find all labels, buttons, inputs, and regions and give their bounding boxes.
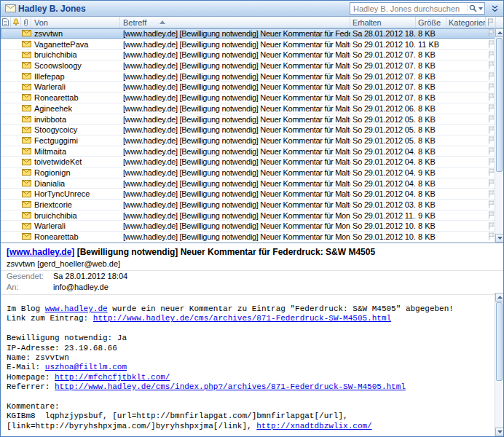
body-line: [link=http://byryhshpxjma.com/]byryhshpx… <box>7 422 489 431</box>
reminder-cell <box>11 135 21 146</box>
mail-row[interactable]: Briextcorie[www.hadley.de] [Bewilligung … <box>1 200 496 210</box>
mail-from: Dianialia <box>31 178 120 189</box>
mail-received: So 29.01.2012 05... <box>350 125 416 135</box>
mail-categories <box>446 125 486 135</box>
column-header-flag[interactable] <box>486 17 496 28</box>
reminder-cell <box>11 125 21 135</box>
scroll-up-button[interactable] <box>495 28 504 37</box>
scroll-up-button[interactable] <box>495 293 504 302</box>
mail-row[interactable]: toivetwideKet[www.hadley.de] [Bewilligun… <box>1 157 496 168</box>
mail-row[interactable]: invibbota[www.hadley.de] [Bewilligung no… <box>1 114 496 125</box>
folder-banner: Hadley B. Jones <box>1 1 503 17</box>
reminder-cell <box>11 82 21 92</box>
mail-from: Ronearettab <box>31 232 120 242</box>
mail-row[interactable]: HorTyncUnrece[www.hadley.de] [Bewilligun… <box>1 189 496 200</box>
column-header-attachment[interactable] <box>21 17 31 28</box>
column-header-kategorien[interactable]: Kategorien <box>446 17 486 28</box>
column-header-von[interactable]: Von <box>31 17 120 28</box>
mail-size: 8 KB <box>416 135 446 146</box>
expand-query-builder-chevron-icon[interactable] <box>489 2 500 15</box>
mail-subject: [www.hadley.de] [Bewilligung notwendig] … <box>120 210 350 221</box>
mail-row[interactable]: Miltmaita[www.hadley.de] [Bewilligung no… <box>1 146 496 157</box>
body-link[interactable]: http://www.hadley.de/cms/index.php?/arch… <box>55 382 406 391</box>
mail-received: So 29.01.2012 07... <box>350 60 416 71</box>
mail-size: 8 KB <box>416 200 446 210</box>
mail-row[interactable]: bruichchibia[www.hadley.de] [Bewilligung… <box>1 50 496 60</box>
page-icon <box>2 18 9 26</box>
reminder-cell <box>11 146 21 157</box>
importance-cell <box>1 146 11 157</box>
mail-row[interactable]: Rogionign[www.hadley.de] [Bewilligung no… <box>1 168 496 178</box>
mail-from: zsvvtwn <box>31 28 120 39</box>
scroll-down-button[interactable] <box>495 234 504 243</box>
column-label-von: Von <box>34 18 48 27</box>
mail-list-scrollbar[interactable] <box>495 28 503 243</box>
column-header-groesse[interactable]: Größe <box>416 17 446 28</box>
body-link[interactable]: uszhoa@filtlm.com <box>45 363 127 371</box>
mail-envelope-icon <box>21 50 31 60</box>
mail-subject: [www.hadley.de] [Bewilligung notwendig] … <box>120 221 350 231</box>
mail-categories <box>446 210 486 221</box>
mail-subject: [www.hadley.de] [Bewilligung notwendig] … <box>120 92 350 103</box>
mail-row[interactable]: Fectguggimi[www.hadley.de] [Bewilligung … <box>1 135 496 146</box>
mail-row[interactable]: Warlerali[www.hadley.de] [Bewilligung no… <box>1 221 496 232</box>
paperclip-icon <box>23 18 28 27</box>
search-input[interactable] <box>353 4 467 13</box>
mail-row[interactable]: Stoogycoicy[www.hadley.de] [Bewilligung … <box>1 125 496 135</box>
mail-size: 9 KB <box>416 210 446 221</box>
search-box[interactable] <box>350 2 485 15</box>
reminder-cell <box>11 232 21 242</box>
to-value[interactable]: info@hadley.de <box>53 283 109 291</box>
mail-categories <box>446 50 486 60</box>
mail-row[interactable]: zsvvtwn[www.hadley.de] [Bewilligung notw… <box>1 28 496 39</box>
mail-received: So 29.01.2012 04... <box>350 189 416 199</box>
subject-link[interactable]: [www.hadley.de] <box>7 247 74 257</box>
mail-size: 8 KB <box>416 178 446 189</box>
scroll-thumb[interactable] <box>496 302 503 381</box>
mail-received: So 29.01.2012 07... <box>350 92 416 103</box>
mail-envelope-icon <box>21 232 31 242</box>
mail-row[interactable]: Ronearettab[www.hadley.de] [Bewilligung … <box>1 92 496 103</box>
column-header-reminder[interactable] <box>11 17 21 28</box>
mail-from: Ronearettab <box>31 92 120 103</box>
body-link[interactable]: http://www.hadley.de/cms/archives/871-Fe… <box>93 314 391 323</box>
scroll-thumb[interactable] <box>496 38 503 172</box>
mail-row[interactable]: VaganettePava[www.hadley.de] [Bewilligun… <box>1 39 496 50</box>
search-icon[interactable] <box>469 4 477 12</box>
body-text: KGIBm8 lqphzjypsbuf, [url=http://bmnfirl… <box>7 412 348 420</box>
mail-row[interactable]: Scoowsloogy[www.hadley.de] [Bewilligung … <box>1 60 496 71</box>
column-header-item-icon[interactable] <box>1 17 11 28</box>
search-options-caret-icon[interactable] <box>479 7 483 10</box>
bell-icon <box>12 18 20 26</box>
body-link[interactable]: http://xnadtdbzwlix.com/ <box>256 422 371 430</box>
subject-text: [Bewilligung notwendig] Neuer Kommentar … <box>74 247 375 257</box>
body-link[interactable]: www.hadley.de <box>45 304 108 313</box>
mail-subject: [www.hadley.de] [Bewilligung notwendig] … <box>120 82 350 92</box>
mail-categories <box>446 114 486 125</box>
importance-cell <box>1 39 11 50</box>
mail-row[interactable]: Warlerali[www.hadley.de] [Bewilligung no… <box>1 82 496 92</box>
mail-row[interactable]: Illefepap[www.hadley.de] [Bewilligung no… <box>1 71 496 82</box>
flag-column-icon <box>487 18 494 26</box>
importance-cell <box>1 232 11 242</box>
mail-received: So 29.01.2012 10... <box>350 39 416 50</box>
mail-row[interactable]: bruichchibia[www.hadley.de] [Bewilligung… <box>1 210 496 221</box>
mail-row[interactable]: Dianialia[www.hadley.de] [Bewilligung no… <box>1 178 496 189</box>
scroll-down-button[interactable] <box>495 428 504 436</box>
mail-received: Sa 28.01.2012 18... <box>350 28 416 39</box>
mail-row[interactable]: Ronearettab[www.hadley.de] [Bewilligung … <box>1 232 496 243</box>
reading-pane-scrollbar[interactable] <box>495 293 503 436</box>
body-link[interactable]: http://mfchcfjtbklt.com/ <box>55 373 170 382</box>
mail-size: 8 KB <box>416 103 446 114</box>
mail-from: Rogionign <box>31 168 120 178</box>
reminder-cell <box>11 28 21 39</box>
column-header-betreff[interactable]: Betreff <box>120 17 350 28</box>
importance-cell <box>1 210 11 221</box>
body-text: wurde ein neuer Kommentar zu Eintrag "Fe… <box>108 304 454 313</box>
mail-row[interactable]: Agineehek[www.hadley.de] [Bewilligung no… <box>1 103 496 114</box>
mail-categories <box>446 232 486 242</box>
reminder-cell <box>11 103 21 114</box>
reminder-cell <box>11 210 21 221</box>
column-header-erhalten[interactable]: Erhalten <box>350 17 416 28</box>
mail-size: 8 KB <box>416 28 446 39</box>
